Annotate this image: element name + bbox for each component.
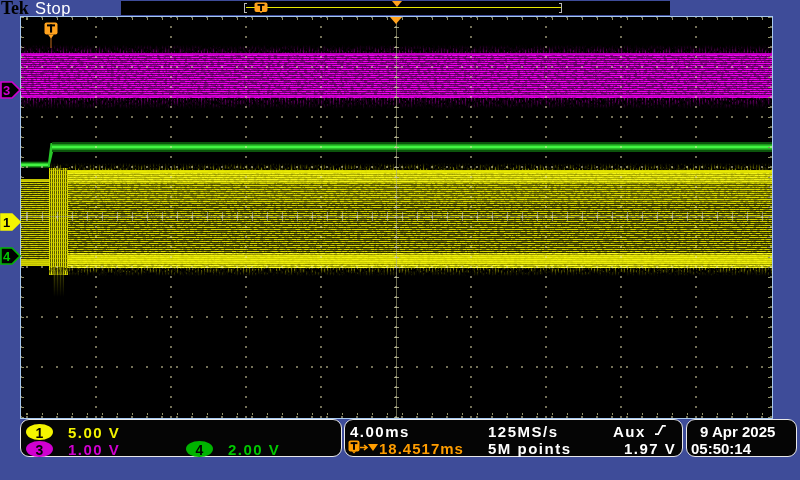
- svg-text:3: 3: [3, 83, 10, 98]
- svg-text:1: 1: [3, 215, 10, 230]
- svg-text:4: 4: [3, 249, 11, 264]
